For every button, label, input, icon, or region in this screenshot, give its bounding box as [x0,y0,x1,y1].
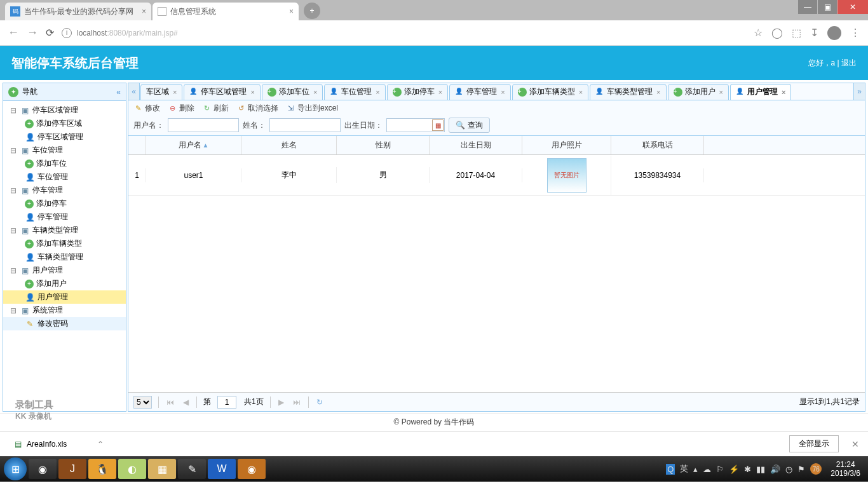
content-tab[interactable]: +添加停车× [387,84,448,100]
tree-node[interactable]: ⊟▣用户管理 [3,264,126,277]
tray-volume-icon[interactable]: 🔊 [770,464,780,474]
toggle-icon[interactable]: ⊟ [10,106,17,115]
content-tab[interactable]: +添加用户× [668,84,729,100]
minimize-button[interactable]: — [798,0,817,14]
menu-icon[interactable]: ⋮ [850,27,860,39]
toggle-icon[interactable]: ⊟ [10,186,17,195]
content-tab[interactable]: +添加车位× [262,84,323,100]
search-username-input[interactable] [168,118,239,132]
tree-node[interactable]: ⊟▣车位管理 [3,144,126,157]
content-tab[interactable]: 👤车位管理× [324,84,385,100]
tray-ime[interactable]: 英 [680,463,688,475]
content-tab[interactable]: +添加车辆类型× [512,84,588,100]
star-icon[interactable]: ☆ [754,27,763,39]
new-tab-button[interactable]: + [304,3,320,19]
toggle-icon[interactable]: ⊟ [10,226,17,235]
content-tab[interactable]: 👤停车区域管理× [184,84,260,100]
delete-button[interactable]: ⊖删除 [168,103,194,114]
site-info-icon[interactable]: i [62,28,72,38]
col-birthdate[interactable]: 出生日期 [430,136,522,154]
tab-close-icon[interactable]: × [376,88,379,96]
first-page-button[interactable]: ⏮ [165,398,175,407]
refresh-button[interactable]: ↻刷新 [202,103,229,114]
content-tab[interactable]: 👤车辆类型管理× [590,84,666,100]
prev-page-button[interactable]: ◀ [182,398,190,407]
col-name[interactable]: 姓名 [241,136,337,154]
reload-button[interactable]: ⟳ [46,27,54,39]
collapse-icon[interactable]: « [116,88,121,97]
tab-close-icon[interactable]: × [173,88,177,96]
page-number-input[interactable] [217,396,236,409]
taskbar-app[interactable]: ◉ [238,459,266,479]
content-tab[interactable]: 👤用户管理× [730,84,791,100]
tree-node[interactable]: 👤车位管理 [3,170,126,184]
search-name-input[interactable] [269,118,341,132]
taskbar-explorer[interactable]: ▦ [148,459,176,479]
extension-icon[interactable]: ↧ [810,27,818,39]
tree-node[interactable]: +添加停车 [3,197,126,210]
search-button[interactable]: 🔍 查询 [449,118,490,133]
forward-button[interactable]: → [27,26,38,39]
tree-node[interactable]: +添加停车区域 [3,117,126,130]
page-size-select[interactable]: 5 [133,396,152,409]
col-sex[interactable]: 性别 [337,136,430,154]
url-field[interactable]: i localhost:8080/park/main.jsp# [62,28,746,38]
show-all-downloads-button[interactable]: 全部显示 [789,435,839,452]
next-page-button[interactable]: ▶ [277,398,285,407]
tray-icon[interactable]: ✱ [744,464,751,474]
taskbar-chrome[interactable]: ◉ [29,459,57,479]
tab-scroll-right[interactable]: » [853,83,865,100]
toggle-icon[interactable]: ⊟ [10,306,17,315]
tab-close-icon[interactable]: × [579,88,583,96]
col-phone[interactable]: 联系电话 [611,136,704,154]
cancel-selection-button[interactable]: ↺取消选择 [236,103,278,114]
tray-icon[interactable]: ☁ [703,464,711,474]
maximize-button[interactable]: ▣ [818,0,837,14]
profile-icon[interactable] [827,26,841,40]
tree-node[interactable]: 👤车辆类型管理 [3,250,126,264]
back-button[interactable]: ← [8,26,19,39]
tray-network-icon[interactable]: ▮▮ [756,464,765,474]
tab-scroll-left[interactable]: « [128,83,140,100]
tray-icon[interactable]: ⚑ [797,464,805,474]
export-button[interactable]: ⇲导出到excel [286,103,338,114]
tree-node[interactable]: 👤用户管理 [3,290,126,304]
tab-close-icon[interactable]: × [782,88,785,96]
tray-icon[interactable]: 76 [810,463,822,475]
taskbar-app[interactable]: J [58,459,86,479]
chevron-up-icon[interactable]: ⌃ [97,440,104,449]
toggle-icon[interactable]: ⊟ [10,146,17,155]
browser-tab-1[interactable]: 码 当牛作码-最专业的源代码分享网 × [5,3,151,20]
tray-icon[interactable]: ◷ [785,464,792,474]
tree-node[interactable]: ⊟▣停车区域管理 [3,104,126,117]
taskbar-clock[interactable]: 21:24 2019/3/6 [831,460,860,478]
tree-node[interactable]: ⊟▣停车管理 [3,184,126,197]
tab-close-icon[interactable]: × [438,88,442,96]
tab-close-icon[interactable]: × [501,88,505,96]
toggle-icon[interactable]: ⊟ [10,266,17,275]
tab-close-icon[interactable]: × [250,88,254,96]
edit-button[interactable]: ✎修改 [133,103,160,114]
pager-refresh-button[interactable]: ↻ [315,398,324,407]
tree-node[interactable]: ⊟▣系统管理 [3,304,126,317]
tree-node[interactable]: +添加车辆类型 [3,237,126,250]
taskbar-app[interactable]: W [208,459,236,479]
extension-icon[interactable]: ⬚ [792,27,801,39]
tree-node[interactable]: ⊟▣车辆类型管理 [3,224,126,237]
tray-icon[interactable]: ⚐ [716,464,724,474]
tab-close-icon[interactable]: × [656,88,660,96]
taskbar-app[interactable]: ✎ [178,459,206,479]
tray-icon[interactable]: ▴ [693,464,698,474]
tree-node[interactable]: 👤停车管理 [3,210,126,224]
tab-close-icon[interactable]: × [719,88,723,96]
tree-node[interactable]: ✎修改密码 [3,317,126,330]
tray-icon[interactable]: ⚡ [729,464,739,474]
tab-close-icon[interactable]: × [313,88,317,96]
tree-node[interactable]: +添加用户 [3,277,126,290]
download-item[interactable]: ▤ AreaInfo.xls ⌃ [10,437,117,452]
extension-icon[interactable]: ◯ [771,27,783,39]
tree-node[interactable]: +添加车位 [3,157,126,170]
last-page-button[interactable]: ⏭ [292,398,302,407]
tree-node[interactable]: 👤停车区域管理 [3,130,126,144]
content-tab[interactable]: 车区域× [140,84,182,100]
